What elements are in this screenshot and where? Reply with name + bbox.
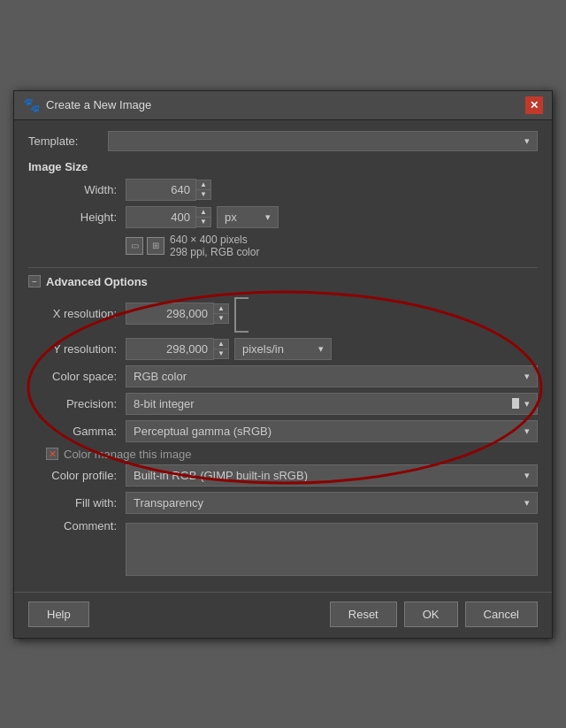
height-input[interactable] <box>126 206 196 228</box>
width-input[interactable] <box>126 179 196 201</box>
resolution-unit-select[interactable]: pixels/in ▾ <box>234 338 332 360</box>
link-bracket-icon <box>234 297 249 333</box>
template-select[interactable]: ▾ <box>108 131 538 151</box>
width-input-group: ▲ ▼ <box>126 179 211 201</box>
comment-row: Comment: <box>28 519 538 576</box>
reset-button[interactable]: Reset <box>330 602 397 627</box>
collapse-button[interactable]: − <box>28 275 41 287</box>
title-bar-left: 🐾 Create a New Image <box>23 96 151 114</box>
unit-wrapper: px ▾ <box>217 206 279 228</box>
unit-select[interactable]: px ▾ <box>217 206 279 228</box>
color-space-row: Color space: RGB color ▾ <box>28 365 538 387</box>
color-profile-label: Color profile: <box>28 469 126 482</box>
color-space-chevron-icon: ▾ <box>524 371 530 382</box>
link-icons: ▭ ⊞ <box>126 237 164 255</box>
cursor-icon <box>512 398 519 409</box>
height-spin-up[interactable]: ▲ <box>196 208 210 218</box>
height-spinner: ▲ ▼ <box>195 207 211 227</box>
buttons-right: Reset OK Cancel <box>330 602 538 627</box>
precision-select[interactable]: 8-bit integer ▾ <box>126 393 538 415</box>
y-resolution-label: Y resolution: <box>28 342 126 356</box>
gamma-label: Gamma: <box>28 425 126 438</box>
landscape-icon[interactable]: ⊞ <box>147 237 164 255</box>
buttons-row: Help Reset OK Cancel <box>14 592 552 638</box>
height-input-group: ▲ ▼ px ▾ <box>126 206 279 228</box>
color-manage-row: ✕ Color manage this image <box>46 448 538 461</box>
fill-with-select[interactable]: Transparency ▾ <box>126 492 538 514</box>
cancel-button[interactable]: Cancel <box>465 602 538 627</box>
width-spinner: ▲ ▼ <box>195 180 211 200</box>
x-resolution-row: X resolution: ▲ ▼ <box>28 295 538 333</box>
resolution-unit-wrapper: pixels/in ▾ <box>234 338 332 360</box>
app-icon: 🐾 <box>23 96 41 114</box>
x-resolution-spin-up[interactable]: ▲ <box>214 304 228 314</box>
y-resolution-spin-up[interactable]: ▲ <box>214 340 228 349</box>
gamma-row: Gamma: Perceptual gamma (sRGB) ▾ <box>28 420 538 442</box>
dialog-title: Create a New Image <box>46 98 151 111</box>
precision-row: Precision: 8-bit integer ▾ <box>28 393 538 415</box>
y-resolution-row: Y resolution: ▲ ▼ pixels/in ▾ <box>28 338 538 360</box>
image-size-title: Image Size <box>28 160 538 173</box>
precision-chevron-icon: ▾ <box>524 398 530 410</box>
color-space-label: Color space: <box>28 370 126 383</box>
resolution-unit-chevron-icon: ▾ <box>318 343 324 355</box>
x-resolution-spin-down[interactable]: ▼ <box>214 314 228 323</box>
precision-label: Precision: <box>28 397 126 410</box>
info-row: ▭ ⊞ 640 × 400 pixels 298 ppi, RGB color <box>126 234 538 258</box>
dialog-body: Template: ▾ Image Size Width: <box>14 120 552 592</box>
width-spin-down[interactable]: ▼ <box>196 190 210 199</box>
y-resolution-spin-down[interactable]: ▼ <box>214 349 228 358</box>
y-resolution-spinner: ▲ ▼ <box>213 339 229 359</box>
template-label: Template: <box>28 134 108 148</box>
template-chevron-icon: ▾ <box>524 135 530 147</box>
close-button[interactable]: ✕ <box>525 96 543 114</box>
color-manage-label: Color manage this image <box>64 448 192 461</box>
height-spin-down[interactable]: ▼ <box>196 218 210 226</box>
template-row: Template: ▾ <box>28 131 538 151</box>
x-resolution-input-group: ▲ ▼ <box>126 295 249 333</box>
width-row: Width: ▲ ▼ <box>28 179 538 201</box>
color-space-select[interactable]: RGB color ▾ <box>126 365 538 387</box>
comment-input[interactable] <box>126 523 538 576</box>
x-resolution-spinner: ▲ ▼ <box>213 303 229 324</box>
gamma-chevron-icon: ▾ <box>524 425 530 437</box>
advanced-title: Advanced Options <box>46 275 148 288</box>
color-manage-checkbox[interactable]: ✕ <box>46 448 58 460</box>
create-new-image-dialog: 🐾 Create a New Image ✕ Template: ▾ Imag <box>13 90 553 639</box>
help-button[interactable]: Help <box>28 602 89 627</box>
gamma-select[interactable]: Perceptual gamma (sRGB) ▾ <box>126 420 538 442</box>
fill-with-chevron-icon: ▾ <box>524 497 530 509</box>
height-label: Height: <box>28 211 126 224</box>
comment-label: Comment: <box>28 519 126 533</box>
color-profile-select[interactable]: Built-in RGB (GIMP built-in sRGB) ▾ <box>126 464 538 487</box>
divider-1 <box>28 267 538 268</box>
title-bar: 🐾 Create a New Image ✕ <box>14 91 552 120</box>
advanced-header: − Advanced Options <box>28 275 538 288</box>
x-resolution-label: X resolution: <box>28 307 126 320</box>
unit-chevron-icon: ▾ <box>265 211 271 223</box>
width-label: Width: <box>28 183 126 196</box>
portrait-icon[interactable]: ▭ <box>126 237 143 255</box>
y-resolution-input[interactable] <box>126 338 214 360</box>
image-size-section: Image Size Width: ▲ ▼ <box>28 160 538 258</box>
color-profile-row: Color profile: Built-in RGB (GIMP built-… <box>28 464 538 487</box>
color-profile-chevron-icon: ▾ <box>524 470 530 481</box>
ok-button[interactable]: OK <box>404 602 458 627</box>
width-spin-up[interactable]: ▲ <box>196 180 210 190</box>
fill-with-label: Fill with: <box>28 496 126 510</box>
height-row: Height: ▲ ▼ px ▾ <box>28 206 538 228</box>
x-resolution-input[interactable] <box>126 303 214 325</box>
fill-with-row: Fill with: Transparency ▾ <box>28 492 538 514</box>
image-info: 640 × 400 pixels 298 ppi, RGB color <box>170 234 259 258</box>
y-resolution-input-group: ▲ ▼ pixels/in ▾ <box>126 338 332 360</box>
